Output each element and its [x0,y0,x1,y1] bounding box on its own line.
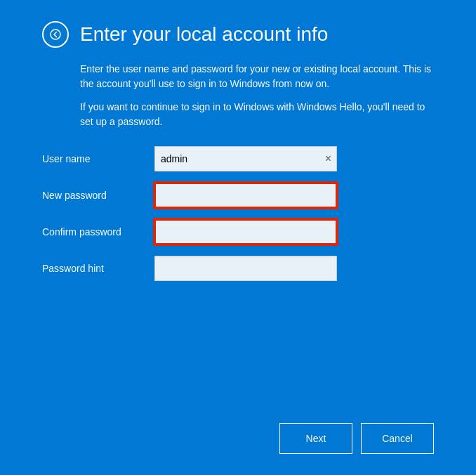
new-password-input-wrapper [154,183,337,208]
confirm-password-row: Confirm password [42,219,434,245]
clear-icon: × [325,152,331,165]
next-button[interactable]: Next [279,423,352,454]
confirm-password-label: Confirm password [42,226,154,238]
password-hint-label: Password hint [42,263,154,274]
svg-point-0 [51,30,60,39]
back-button[interactable] [42,21,69,48]
header: Enter your local account info [42,21,434,48]
confirm-password-input-wrapper [154,219,337,245]
main-container: Enter your local account info Enter the … [0,0,476,475]
footer: Next Cancel [279,423,434,454]
page-title: Enter your local account info [80,23,328,46]
password-hint-input[interactable] [154,256,337,281]
password-hint-input-wrapper [154,256,337,281]
password-hint-row: Password hint [42,256,434,281]
new-password-row: New password [42,183,434,208]
description-line2: If you want to continue to sign in to Wi… [80,100,434,129]
description-line1: Enter the user name and password for you… [80,62,434,91]
confirm-password-input[interactable] [154,219,337,245]
username-label: User name [42,153,154,164]
username-input-wrapper: × [154,146,337,171]
new-password-label: New password [42,190,154,201]
username-row: User name × [42,146,434,171]
new-password-input[interactable] [154,183,337,208]
clear-username-button[interactable]: × [322,151,334,167]
form-section: User name × New password Confirm passwor… [42,146,434,281]
cancel-button[interactable]: Cancel [361,423,434,454]
username-input[interactable] [154,146,337,171]
